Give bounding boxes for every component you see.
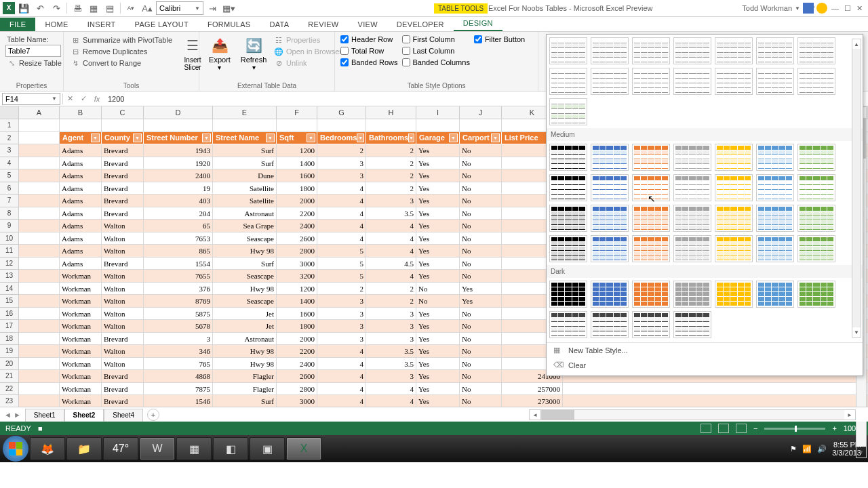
- cell[interactable]: 1943: [144, 144, 213, 157]
- cell[interactable]: Yes: [460, 295, 502, 308]
- tab-design[interactable]: DESIGN: [454, 16, 502, 31]
- new-table-style-button[interactable]: ▦New Table Style...: [547, 343, 863, 358]
- cell[interactable]: Astronaut: [213, 207, 277, 220]
- cell[interactable]: No: [460, 383, 502, 396]
- cell[interactable]: 4: [317, 232, 366, 245]
- tray-volume-icon[interactable]: 🔊: [817, 445, 827, 453]
- taskbar-firefox[interactable]: 🦊: [30, 437, 65, 460]
- table-style-swatch[interactable]: [591, 281, 629, 308]
- table-style-swatch[interactable]: [673, 205, 711, 232]
- table-style-swatch[interactable]: [756, 174, 794, 201]
- cell[interactable]: 7655: [144, 270, 213, 283]
- table-style-swatch[interactable]: [797, 281, 835, 308]
- filter-dropdown-icon[interactable]: ▼: [491, 134, 500, 142]
- row-header[interactable]: 19: [0, 345, 19, 358]
- table-style-swatch[interactable]: [549, 281, 587, 308]
- cell[interactable]: No: [460, 320, 502, 333]
- table-style-swatch[interactable]: [715, 68, 753, 95]
- table-style-swatch[interactable]: [632, 37, 670, 64]
- cell[interactable]: 3.5: [366, 358, 416, 371]
- cell[interactable]: No: [460, 345, 502, 358]
- cell[interactable]: Yes: [460, 283, 502, 296]
- tab-file[interactable]: FILE: [0, 18, 35, 31]
- cell[interactable]: [144, 119, 213, 132]
- cell[interactable]: 376: [144, 283, 213, 296]
- cell[interactable]: Workman: [60, 308, 102, 321]
- banded-columns-checkbox[interactable]: Banded Columns: [402, 58, 470, 67]
- open-browser-button[interactable]: 🌐Open in Browser: [273, 46, 343, 57]
- table-style-swatch[interactable]: [797, 37, 835, 64]
- table-style-swatch[interactable]: [549, 98, 587, 125]
- name-box[interactable]: F14▼: [2, 93, 60, 105]
- row-header[interactable]: 10: [0, 232, 19, 245]
- table-style-swatch[interactable]: [549, 144, 587, 171]
- view-layout-icon[interactable]: [718, 424, 729, 433]
- cell[interactable]: Workman: [60, 333, 102, 346]
- cell[interactable]: No: [460, 245, 502, 258]
- cell[interactable]: Yes: [416, 258, 460, 270]
- cell[interactable]: Workman: [60, 283, 102, 296]
- row-header[interactable]: 15: [0, 295, 19, 308]
- cell[interactable]: No: [460, 207, 502, 220]
- cell[interactable]: Satellite: [213, 182, 277, 195]
- cell[interactable]: 273000: [502, 395, 563, 407]
- cell[interactable]: Walton: [102, 220, 144, 232]
- cell[interactable]: 4: [366, 383, 416, 396]
- cell[interactable]: 3: [317, 169, 366, 182]
- table-style-swatch[interactable]: [549, 37, 587, 64]
- cell[interactable]: 3: [317, 333, 366, 346]
- column-header[interactable]: C: [102, 106, 144, 119]
- cell[interactable]: 3.5: [366, 345, 416, 358]
- table-header-cell[interactable]: Sqft▼: [277, 132, 317, 145]
- cell[interactable]: Surf: [213, 258, 277, 270]
- sheet-tab[interactable]: Sheet2: [64, 409, 104, 422]
- column-header[interactable]: G: [317, 106, 366, 119]
- cell[interactable]: No: [460, 232, 502, 245]
- table-style-swatch[interactable]: [632, 68, 670, 95]
- maximize-icon[interactable]: ☐: [844, 4, 851, 13]
- cell[interactable]: 2200: [277, 345, 317, 358]
- cell[interactable]: Brevard: [102, 333, 144, 346]
- table-style-swatch[interactable]: [591, 311, 629, 338]
- column-header[interactable]: B: [60, 106, 102, 119]
- filter-dropdown-icon[interactable]: ▼: [266, 134, 275, 142]
- table-style-swatch[interactable]: [549, 205, 587, 232]
- refresh-button[interactable]: 🔄Refresh▾: [239, 35, 269, 73]
- taskbar-app1[interactable]: ▦: [176, 437, 212, 460]
- cell[interactable]: Yes: [416, 395, 460, 407]
- cell[interactable]: Adams: [60, 157, 102, 170]
- cell-fill-icon[interactable]: ▦▾: [221, 1, 236, 16]
- filter-button-checkbox[interactable]: Filter Button: [474, 35, 525, 44]
- cell[interactable]: Yes: [416, 157, 460, 170]
- cell[interactable]: 1600: [277, 169, 317, 182]
- cell[interactable]: Brevard: [102, 258, 144, 270]
- table-style-swatch[interactable]: [756, 37, 794, 64]
- cell[interactable]: Adams: [60, 245, 102, 258]
- last-column-checkbox[interactable]: Last Column: [402, 46, 470, 56]
- resize-table-button[interactable]: ⤡Resize Table: [5, 58, 63, 68]
- system-tray[interactable]: ⚑ 📶 🔊 8:55 PM3/3/2013: [790, 441, 865, 457]
- user-account[interactable]: Todd Workman▼: [742, 3, 827, 14]
- cell[interactable]: No: [460, 333, 502, 346]
- cell[interactable]: No: [460, 270, 502, 283]
- cell[interactable]: 3: [366, 308, 416, 321]
- cell[interactable]: 1400: [277, 295, 317, 308]
- table-style-swatch[interactable]: [715, 174, 753, 201]
- cell[interactable]: No: [460, 258, 502, 270]
- cell[interactable]: 8769: [144, 295, 213, 308]
- cell[interactable]: Yes: [416, 182, 460, 195]
- cell[interactable]: 7653: [144, 232, 213, 245]
- row-header[interactable]: 5: [0, 169, 19, 182]
- cell[interactable]: Yes: [416, 383, 460, 396]
- table-style-swatch[interactable]: [632, 311, 670, 338]
- row-header[interactable]: 20: [0, 358, 19, 371]
- close-icon[interactable]: ✕: [856, 4, 863, 13]
- cell[interactable]: 5: [317, 258, 366, 270]
- cell[interactable]: 2: [366, 295, 416, 308]
- cell[interactable]: 3.5: [366, 207, 416, 220]
- cell[interactable]: 3: [317, 320, 366, 333]
- cell[interactable]: [416, 119, 460, 132]
- filter-dropdown-icon[interactable]: ▼: [449, 134, 458, 142]
- cell[interactable]: 4.5: [366, 258, 416, 270]
- cell[interactable]: Surf: [213, 144, 277, 157]
